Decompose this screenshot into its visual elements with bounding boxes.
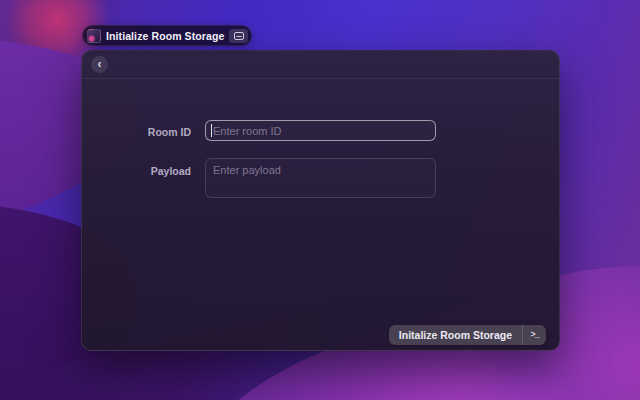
back-button[interactable]: ‹ xyxy=(91,56,108,73)
initialize-room-storage-button[interactable]: Initalize Room Storage >_ xyxy=(389,325,546,345)
command-pill[interactable]: Initialize Room Storage xyxy=(82,25,252,46)
payload-textarea[interactable] xyxy=(205,158,436,198)
chevron-left-icon: ‹ xyxy=(98,58,102,70)
extension-icon xyxy=(87,29,101,43)
payload-label: Payload xyxy=(102,165,191,177)
main-window: ‹ Room ID Payload Initalize Room Storage… xyxy=(81,50,560,351)
room-id-label: Room ID xyxy=(102,126,191,138)
window-header: ‹ xyxy=(82,51,559,79)
action-button-label: Initalize Room Storage xyxy=(389,329,522,341)
archive-icon xyxy=(234,32,244,40)
text-cursor xyxy=(211,124,212,137)
room-id-input[interactable] xyxy=(205,120,436,141)
terminal-icon: >_ xyxy=(523,330,546,340)
command-pill-badge xyxy=(229,29,248,43)
command-pill-label: Initialize Room Storage xyxy=(106,30,224,42)
